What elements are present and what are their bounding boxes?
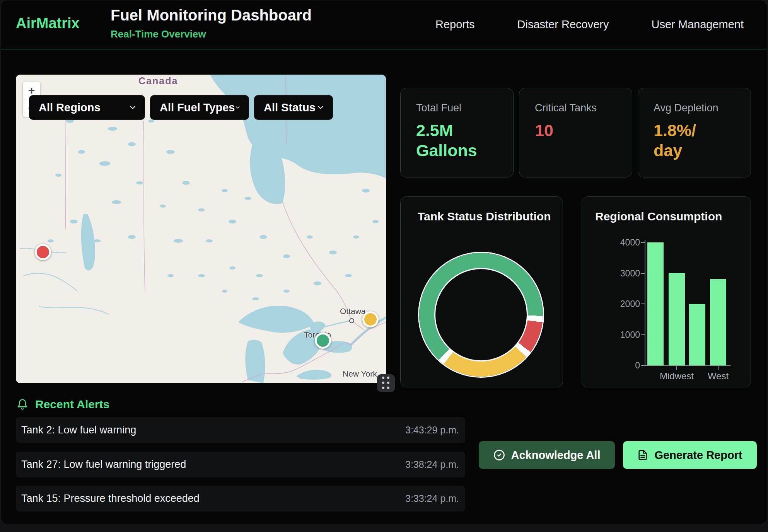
- y-axis-tick: [641, 273, 645, 274]
- alert-row[interactable]: Tank 2: Low fuel warning 3:43:29 p.m.: [16, 417, 465, 443]
- fuel-monitoring-dashboard: AirMatrix Fuel Monitoring Dashboard Real…: [0, 0, 768, 532]
- stat-card: Total Fuel 2.5MGallons: [400, 88, 514, 177]
- alert-timestamp: 3:33:24 p.m.: [405, 493, 459, 504]
- consumption-bar: [647, 242, 664, 365]
- chevron-down-icon: [235, 103, 241, 112]
- recent-alerts-header: Recent Alerts: [17, 398, 109, 411]
- y-axis-tick: [641, 365, 645, 366]
- nav-item-disaster-recovery[interactable]: Disaster Recovery: [517, 18, 609, 31]
- header: AirMatrix Fuel Monitoring Dashboard Real…: [1, 0, 767, 49]
- regional-consumption-card: Regional Consumption 40003000200010000Mi…: [582, 196, 751, 387]
- filter-dropdown[interactable]: All Fuel Types: [150, 95, 249, 120]
- map-filters: All Regions All Fuel Types All Status: [29, 95, 333, 120]
- generate-report-button[interactable]: Generate Report: [623, 441, 757, 469]
- ottawa-city-dot: [349, 318, 354, 323]
- alert-message: Tank 15: Pressure threshold exceeded: [21, 493, 200, 505]
- stat-value: 1.8%/day: [654, 120, 737, 161]
- check-circle-icon: [493, 449, 505, 461]
- generate-report-label: Generate Report: [654, 449, 742, 462]
- stat-label: Avg Depletion: [654, 102, 737, 114]
- filter-dropdown-label: All Fuel Types: [160, 101, 235, 114]
- map-marker-critical[interactable]: [35, 244, 51, 260]
- brand-logo: AirMatrix: [16, 15, 80, 32]
- tank-status-donut-chart: [419, 253, 543, 377]
- x-axis-tick: [718, 366, 719, 370]
- y-axis-tick-label: 4000: [601, 237, 640, 248]
- map-label-ottawa: Ottawa: [340, 307, 366, 316]
- alert-message: Tank 2: Low fuel warning: [21, 424, 136, 436]
- map-marker-warning[interactable]: [362, 311, 379, 327]
- filter-dropdown[interactable]: All Status: [254, 95, 333, 120]
- alert-row[interactable]: Tank 27: Low fuel warning triggered 3:38…: [16, 452, 465, 477]
- donut-hole: [435, 269, 527, 360]
- map-resize-grip-icon[interactable]: [377, 374, 395, 392]
- recent-alerts-title: Recent Alerts: [35, 398, 109, 411]
- consumption-bar: [689, 304, 705, 365]
- alert-message: Tank 27: Low fuel warning triggered: [21, 459, 186, 471]
- alert-row[interactable]: Tank 15: Pressure threshold exceeded 3:3…: [16, 486, 465, 512]
- x-axis-line: [642, 365, 730, 366]
- tank-status-title: Tank Status Distribution: [418, 210, 551, 223]
- y-axis-tick-label: 0: [601, 360, 640, 371]
- document-icon: [637, 450, 648, 460]
- page-title: Fuel Monitoring Dashboard: [111, 7, 312, 24]
- map-label-new-york: New York: [343, 369, 377, 379]
- page-subtitle: Real-Time Overview: [111, 28, 206, 40]
- nav-item-user-management[interactable]: User Management: [651, 18, 744, 31]
- y-axis-tick-label: 2000: [601, 299, 640, 309]
- chevron-down-icon: [128, 103, 137, 112]
- y-axis-tick: [641, 334, 645, 335]
- stat-value-line: 10: [535, 120, 618, 140]
- stat-card: Avg Depletion 1.8%/day: [638, 88, 751, 177]
- x-axis-tick: [676, 366, 677, 370]
- y-axis-tick: [641, 304, 645, 304]
- y-axis-line: [645, 240, 645, 366]
- alert-timestamp: 3:38:24 p.m.: [405, 459, 459, 470]
- stat-value-line: 2.5M: [416, 120, 499, 140]
- nav-item-reports[interactable]: Reports: [435, 18, 475, 31]
- y-axis-tick: [641, 242, 645, 243]
- chevron-down-icon: [316, 103, 325, 112]
- y-axis-tick-label: 3000: [601, 268, 640, 278]
- bell-icon: [17, 399, 28, 410]
- stat-value-line: 1.8%/: [654, 120, 737, 140]
- map-marker-normal[interactable]: [315, 332, 331, 349]
- consumption-bar: [669, 273, 685, 365]
- filter-dropdown-label: All Status: [264, 101, 316, 114]
- filter-dropdown[interactable]: All Regions: [29, 95, 145, 120]
- stat-value: 10: [535, 120, 618, 140]
- map-label-canada: Canada: [138, 75, 178, 87]
- acknowledge-all-label: Acknowledge All: [511, 449, 601, 462]
- stat-value-line: Gallons: [416, 140, 499, 160]
- app-window: AirMatrix Fuel Monitoring Dashboard Real…: [1, 0, 767, 524]
- stat-value: 2.5MGallons: [416, 120, 499, 161]
- x-axis-category-label: Midwest: [660, 371, 694, 382]
- stat-value-line: day: [654, 140, 737, 160]
- stat-label: Total Fuel: [416, 102, 499, 114]
- x-axis-category-label: West: [708, 371, 729, 382]
- map-panel: Canada Ottawa Toronto New York + − All R…: [16, 75, 386, 383]
- alert-timestamp: 3:43:29 p.m.: [405, 425, 459, 436]
- stat-card: Critical Tanks 10: [519, 88, 632, 177]
- regional-consumption-title: Regional Consumption: [595, 210, 722, 223]
- top-nav: ReportsDisaster RecoveryUser Management: [435, 0, 744, 49]
- stat-label: Critical Tanks: [535, 102, 618, 114]
- map-canvas[interactable]: Canada Ottawa Toronto New York + − All R…: [16, 75, 386, 383]
- filter-dropdown-label: All Regions: [39, 101, 101, 114]
- consumption-bar: [710, 279, 726, 365]
- y-axis-tick-label: 1000: [601, 329, 640, 340]
- tank-status-card: Tank Status Distribution: [400, 196, 563, 387]
- acknowledge-all-button[interactable]: Acknowledge All: [479, 441, 615, 469]
